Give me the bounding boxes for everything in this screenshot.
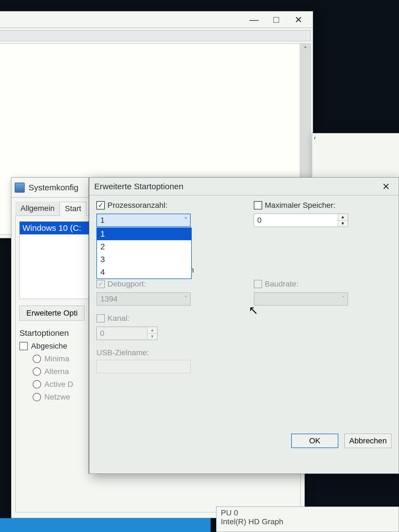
tab-general[interactable]: Allgemein (15, 201, 60, 216)
radio-icon (33, 380, 41, 388)
spinner-down-button: ▼ (147, 334, 157, 340)
maxmem-spinner[interactable]: 0 ▲ ▼ (254, 214, 348, 227)
usb-target-label: USB-Zielname: (96, 348, 149, 357)
taskmanager-line2: Intel(R) HD Graph (221, 517, 394, 526)
cancel-button[interactable]: Abbrechen (344, 434, 392, 448)
background-window-toolbar (0, 30, 311, 41)
maxmem-checkbox[interactable]: Maximaler Speicher: (254, 201, 392, 210)
spinner-up-button[interactable]: ▲ (338, 214, 348, 221)
advanced-start-options-dialog: Erweiterte Startoptionen ✕ ✓ Prozessoran… (89, 177, 399, 474)
radio-icon (33, 355, 41, 363)
maximize-button[interactable]: □ (265, 11, 287, 28)
checkbox-disabled-icon: ✓ (96, 280, 105, 288)
radio-ad-label: Active D (44, 380, 73, 389)
chevron-down-icon: ˅ (184, 217, 187, 224)
advanced-options-button[interactable]: Erweiterte Opti (19, 306, 85, 321)
ok-button[interactable]: OK (291, 434, 338, 448)
taskmanager-peek: PU 0 Intel(R) HD Graph (216, 507, 399, 532)
radio-icon (33, 367, 41, 376)
right-peek-body: r (312, 133, 399, 143)
processors-selected-value: 1 (100, 216, 105, 225)
processors-dropdown: 1 2 3 4 (96, 227, 192, 279)
dialog-close-button[interactable]: ✕ (378, 180, 394, 193)
radio-icon (33, 393, 41, 401)
tab-start[interactable]: Start (60, 202, 86, 216)
radio-alternate-label: Alterna (44, 367, 69, 376)
debugport-value: 1394 (100, 295, 117, 303)
safe-boot-label: Abgesiche (31, 342, 67, 351)
processors-combo[interactable]: 1 ˅ 1 2 3 4 (96, 214, 191, 227)
checkbox-checked-icon: ✓ (96, 201, 105, 209)
chevron-down-icon: ˅ (342, 295, 345, 303)
channel-value: 0 (97, 329, 147, 338)
usb-target-label-row: USB-Zielname: (96, 348, 234, 357)
debugport-combo: 1394 ˅ (96, 292, 191, 306)
close-button[interactable]: ✕ (287, 11, 310, 28)
dialog-title: Erweiterte Startoptionen (94, 182, 183, 191)
checkbox-icon (254, 201, 262, 209)
msconfig-icon (15, 183, 25, 193)
dialog-button-row: OK Abbrechen (291, 434, 392, 448)
spinner-down-button[interactable]: ▼ (338, 221, 348, 227)
maxmem-value: 0 (254, 216, 338, 225)
processors-checkbox[interactable]: ✓ Prozessoranzahl: (96, 201, 234, 210)
baudrate-checkbox: Baudrate: (254, 280, 392, 288)
minimize-button[interactable]: — (243, 11, 265, 28)
processors-label: Prozessoranzahl: (108, 201, 167, 210)
baudrate-label: Baudrate: (265, 280, 298, 288)
radio-minimal-label: Minima (44, 354, 69, 363)
taskmanager-line1: PU 0 (221, 508, 394, 517)
debugport-checkbox: ✓ Debugport: (96, 280, 234, 288)
scroll-up-button[interactable]: ˄ (300, 44, 310, 55)
processors-option-4[interactable]: 4 (97, 266, 191, 278)
usb-target-input (96, 360, 191, 373)
debugport-label: Debugport: (108, 280, 146, 288)
checkbox-disabled-icon (254, 280, 262, 288)
channel-spinner: 0 ▲ ▼ (96, 327, 157, 340)
checkbox-disabled-icon (96, 314, 105, 323)
dialog-titlebar[interactable]: Erweiterte Startoptionen ✕ (89, 178, 399, 195)
processors-option-2[interactable]: 2 (97, 240, 191, 253)
spinner-up-button: ▲ (147, 327, 157, 334)
chevron-down-icon: ˅ (184, 295, 187, 303)
channel-label: Kanal: (108, 314, 129, 323)
processors-option-3[interactable]: 3 (97, 253, 191, 266)
radio-network-label: Netzwe (44, 393, 70, 401)
taskbar-active-strip (0, 518, 211, 532)
checkbox-icon (19, 342, 28, 350)
processors-option-1[interactable]: 1 (97, 227, 191, 240)
channel-checkbox: Kanal: (96, 314, 234, 323)
background-window-titlebar: — □ ✕ (0, 11, 313, 28)
maxmem-label: Maximaler Speicher: (265, 201, 336, 210)
right-peek-text: r (314, 135, 316, 140)
baudrate-combo: ˅ (254, 292, 348, 306)
